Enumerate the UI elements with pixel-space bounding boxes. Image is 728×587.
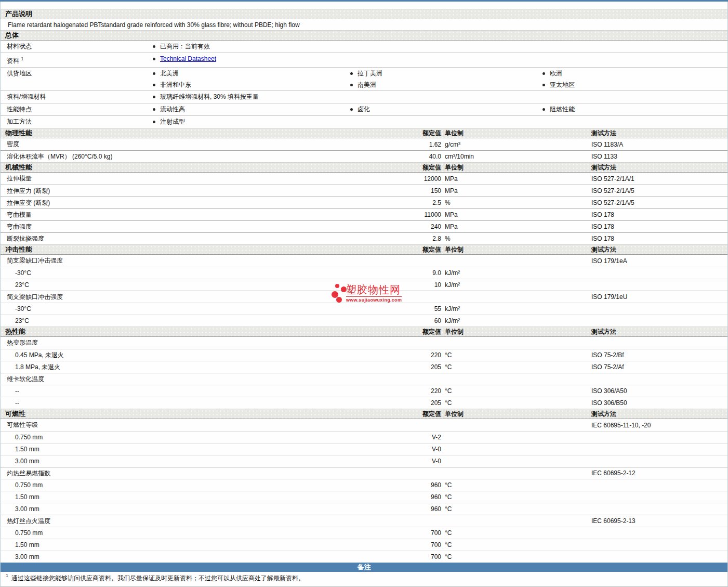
property-row: -30°C55kJ/m² [1,303,727,315]
property-row: 维卡软化温度 [1,373,727,385]
property-unit: °C [441,505,588,513]
property-unit: MPa [441,187,588,194]
list-item: 注射成型 [153,116,350,128]
property-unit: kJ/m² [441,281,588,289]
property-row: 拉伸模量12000MPaISO 527-2/1A/1 [1,173,727,185]
technical-datasheet-link[interactable]: Technical Datasheet [160,53,216,65]
property-row: 拉伸应力 (断裂)150MPaISO 527-2/1A/5 [1,185,727,197]
section-title: 热性能 [1,327,343,336]
property-value: 60 [343,317,441,324]
column-header-method: 测试方法 [588,410,727,419]
property-value: 700 [343,553,441,560]
list-item: 北美洲 [153,68,350,79]
test-method: ISO 179/1eA [588,257,727,265]
property-row: 1.8 MPa, 未退火205°CISO 75-2/Af [1,361,727,373]
column-header-unit: 单位制 [441,410,588,419]
bullet-icon [350,108,353,111]
bullet-icon [350,72,353,75]
property-value: 960 [343,481,441,489]
list-item: 南美洲 [350,79,542,90]
property-unit: % [441,199,588,206]
property-value: 700 [343,529,441,537]
test-method: ISO 75-2/Af [588,363,727,371]
property-label: 加工方法 [1,116,153,128]
property-unit: °C [441,529,588,537]
property-row: 3.00 mm700°C [1,551,727,563]
property-label: 溶化体积流率（MVR） (260°C/5.0 kg) [1,152,343,161]
property-unit: °C [441,351,588,359]
bullet-icon [153,121,155,123]
property-row: --220°CISO 306/A50 [1,385,727,397]
property-unit: kJ/m² [441,269,588,277]
column-header-value: 额定值 [343,163,441,172]
property-label: 填料/增强材料 [1,91,153,103]
property-row: 可燃性等级IEC 60695-11-10, -20 [1,419,727,431]
property-row: 1.50 mm960°C [1,491,727,503]
property-label: 断裂抗挠强度 [1,234,343,243]
property-value: 220 [343,351,441,359]
column-header-unit: 单位制 [441,328,588,336]
property-label: 3.00 mm [1,553,343,560]
property-row: --205°CISO 306/B50 [1,397,727,409]
property-label: 23°C [1,281,343,289]
bullet-icon [153,72,155,75]
section-header-impact: 冲击性能额定值单位制测试方法 [1,244,727,255]
property-unit: MPa [441,175,588,182]
test-method: ISO 527-2/1A/5 [588,199,727,206]
row-resources: 资料 1 Technical Datasheet [1,53,727,67]
property-value: 220 [343,387,441,395]
test-method: ISO 179/1eU [588,293,727,301]
list-item: 已商用：当前有效 [153,41,350,53]
property-row: 灼热丝易燃指数IEC 60695-2-12 [1,467,727,479]
property-value: 40.0 [343,153,441,160]
property-value: 9.0 [343,269,441,277]
property-label: 23°C [1,317,343,324]
property-row: 0.45 MPa, 未退火220°CISO 75-2/Bf [1,349,727,361]
property-label: 供货地区 [1,68,153,80]
bullet-icon [153,84,155,86]
property-label: 热变形温度 [1,338,343,347]
property-label: 简支梁缺口冲击强度 [1,293,343,302]
property-value: 10 [343,281,441,289]
property-row: 3.00 mmV-0 [1,455,727,467]
property-label: -30°C [1,269,343,277]
test-method: ISO 178 [588,211,727,218]
property-unit: MPa [441,211,588,218]
property-row: -30°C9.0kJ/m² [1,267,727,279]
property-unit: g/cm³ [441,141,588,148]
property-label: 3.00 mm [1,458,343,465]
property-label: 性能特点 [1,103,153,115]
bullet-icon [153,96,155,98]
bullet-icon [542,84,545,86]
list-item: Technical Datasheet [153,53,350,65]
property-value: V-0 [343,458,441,465]
property-row: 简支梁缺口冲击强度ISO 179/1eA [1,255,727,267]
test-method: ISO 1133 [588,153,727,160]
section-header-mechanical: 机械性能额定值单位制测试方法 [1,162,727,173]
row-material-status: 材料状态 已商用：当前有效 [1,41,727,53]
property-label: 拉伸应变 (断裂) [1,199,343,207]
section-title: 产品说明 [1,9,343,19]
property-row: 1.50 mm700°C [1,539,727,551]
property-unit: cm³/10min [441,153,588,160]
property-value: 700 [343,541,441,549]
property-row: 弯曲强度240MPaISO 178 [1,220,727,232]
property-label: 材料状态 [1,41,153,53]
property-row: 弯曲模量11000MPaISO 178 [1,208,727,220]
section-title: 总体 [1,31,343,40]
bullet-icon [350,84,353,86]
product-description-row: Flame retardant halogenated PBTstandard … [1,19,727,30]
property-row: 拉伸应变 (断裂)2.5%ISO 527-2/1A/5 [1,197,727,208]
property-label: 拉伸应力 (断裂) [1,187,343,195]
property-value: 12000 [343,175,441,182]
property-label: 维卡软化温度 [1,375,343,384]
footnote-marker: 1 [21,56,23,61]
notes-title: 备注 [358,563,371,571]
test-method: ISO 75-2/Bf [588,351,727,359]
property-unit: °C [441,387,588,395]
property-unit: kJ/m² [441,317,588,324]
property-label: 1.8 MPa, 未退火 [1,363,343,372]
section-header-product-description: 产品说明 [1,9,727,19]
row-filler: 填料/增强材料 玻璃纤维增强材料, 30% 填料按重量 [1,90,727,103]
property-value: 11000 [343,211,441,218]
